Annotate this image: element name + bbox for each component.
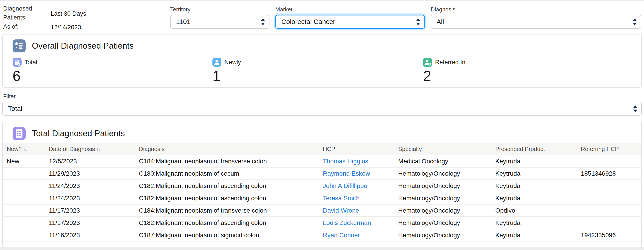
filter-label: Filter [3,93,642,100]
cell-diagnosis: C184:Malignant neoplasm of transverse co… [135,204,319,217]
as-of-label: As of: [3,22,51,31]
stat-total-value: 6 [12,68,212,84]
hcp-link[interactable]: Raymond Eskow [319,167,394,180]
report-meta-labels: Diagnosed Patients: As of: [3,4,51,31]
select-stepper-icon [261,18,265,25]
stat-referred-in-value: 2 [423,68,641,84]
col-prescribed-product: Prescribed Product [491,143,577,155]
cell-diagnosis: C180:Malignant neoplasm of cecum [135,167,319,180]
cell-diagnosis: C184:Malignant neoplasm of transverse co… [135,155,319,167]
period-value: Last 30 Days [51,10,86,17]
hcp-link[interactable]: Louis Zuckerman [319,217,394,229]
market-filter-group: Market Colorectal Cancer [275,6,425,29]
cell-product: Keytruda [491,217,577,229]
cell-new [3,204,45,217]
stat-referred-in: Referred In 2 [423,58,641,84]
table-card-title: Total Diagnosed Patients [32,129,125,138]
table-row: 11/24/2023 C182:Malignant neoplasm of as… [3,192,641,204]
cell-date: 11/17/2023 [45,204,135,217]
user-icon [212,58,222,67]
sort-icon: ↑↓ [96,147,100,152]
stat-newly: Newly 1 [212,58,423,84]
market-select[interactable]: Colorectal Cancer [275,15,425,29]
filter-select-value: Total [8,105,633,113]
summary-list-icon [12,39,26,52]
cell-date: 11/29/2023 [45,167,135,180]
record-list-icon [12,127,26,140]
cell-referring [577,204,641,217]
diagnosed-patients-table: New?↑↓ Date of Diagnosis↑↓ Diagnosis HCP… [3,143,641,242]
filter-select[interactable]: Total [2,102,642,116]
col-hcp: HCP [319,143,394,155]
cell-diagnosis: C187:Malignant neoplasm of sigmoid colon [135,229,319,241]
cell-diagnosis: C182:Malignant neoplasm of ascending col… [135,180,319,192]
stat-referred-in-label: Referred In [435,59,465,66]
dashboard-page: Diagnosed Patients: As of: Last 30 Days … [0,0,644,247]
filter-block: Filter Total [2,93,642,116]
col-specialty: Specialty [394,143,491,155]
cell-new: New [3,155,45,167]
stat-newly-label: Newly [224,59,241,66]
table-row: 11/24/2023 C182:Malignant neoplasm of as… [3,180,641,192]
col-new[interactable]: New?↑↓ [3,143,45,155]
cell-referring: 1942335096 [577,229,641,241]
cell-product: Opdivo [491,204,577,217]
cell-referring: 1851346928 [577,167,641,180]
overall-stats: Total 6 Newly 1 [3,52,641,84]
hcp-link[interactable]: David Wrone [319,204,394,217]
table-bottom-space [3,242,641,247]
cell-referring [577,192,641,204]
cell-date: 11/24/2023 [45,180,135,192]
table-row: 11/17/2023 C184:Malignant neoplasm of tr… [3,204,641,217]
cell-product: Keytruda [491,155,577,167]
diagnosed-patients-label: Diagnosed Patients: [3,4,51,22]
col-date-of-diagnosis[interactable]: Date of Diagnosis↑↓ [45,143,135,155]
hcp-link[interactable]: Teresa Smith [319,192,394,204]
market-select-value: Colorectal Cancer [281,18,416,25]
sort-icon: ↑↓ [23,147,26,152]
hcp-link[interactable]: John A Difillippo [319,180,394,192]
cell-specialty: Medical Oncology [394,155,491,167]
select-stepper-icon [633,18,637,25]
cell-specialty: Hematology/Oncology [394,204,491,217]
cell-specialty: Hematology/Oncology [394,192,491,204]
cell-product: Keytruda [491,192,577,204]
bottom-background [0,247,644,250]
territory-filter-group: Territory 1101 [170,6,270,29]
cell-referring [577,180,641,192]
table-row: 11/17/2023 C182:Malignant neoplasm of as… [3,217,641,229]
stat-newly-value: 1 [212,68,423,84]
overall-card-header: Overall Diagnosed Patients [3,34,641,52]
hcp-link[interactable]: Ryan Conner [319,229,394,241]
table-row: 11/29/2023 C180:Malignant neoplasm of ce… [3,167,641,180]
overall-diagnosed-card: Overall Diagnosed Patients [2,34,642,88]
cell-referring [577,155,641,167]
cell-product: Keytruda [491,229,577,241]
cell-date: 11/24/2023 [45,192,135,204]
diagnosis-select-value: All [436,18,633,25]
cell-specialty: Hematology/Oncology [394,217,491,229]
territory-label: Territory [170,6,270,13]
building-icon [12,58,22,67]
as-of-date: 12/14/2023 [51,23,86,31]
cell-new [3,217,45,229]
diagnosis-filter-group: Diagnosis All [431,6,641,29]
cell-referring [577,217,641,229]
cell-date: 11/16/2023 [45,229,135,241]
hcp-link[interactable]: Thomas Higgins [319,155,394,167]
cell-new [3,180,45,192]
total-diagnosed-card: Total Diagnosed Patients New?↑↓ Date of … [2,122,642,247]
table-row: 11/16/2023 C187:Malignant neoplasm of si… [3,229,641,241]
cell-new [3,167,45,180]
stat-total-label: Total [24,59,37,66]
cell-specialty: Hematology/Oncology [394,180,491,192]
cell-diagnosis: C182:Malignant neoplasm of ascending col… [135,217,319,229]
table-row: New 12/5/2023 C184:Malignant neoplasm of… [3,155,641,167]
report-meta: Diagnosed Patients: As of: Last 30 Days … [3,4,86,31]
diagnosis-label: Diagnosis [431,6,641,13]
diagnosis-select[interactable]: All [431,15,641,29]
col-diagnosis: Diagnosis [135,143,319,155]
col-referring-hcp: Referring HCP [577,143,641,155]
cell-specialty: Hematology/Oncology [394,167,491,180]
territory-select[interactable]: 1101 [170,15,270,29]
